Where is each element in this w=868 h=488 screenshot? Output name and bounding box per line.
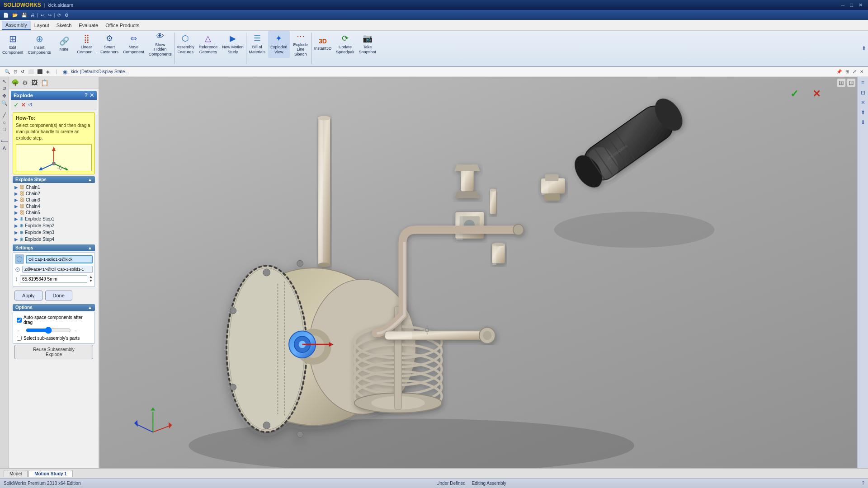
qa-redo[interactable]: ↪: [47, 12, 53, 19]
ribbon-btn-linear-comp[interactable]: ⣿ LinearCompon...: [75, 31, 99, 58]
window-arrange-icon[interactable]: ⊞: [844, 69, 850, 74]
tree-item-explode2[interactable]: ▶ ⊕ Explode Step2: [13, 222, 95, 229]
rapid-viz-icon[interactable]: ◈: [45, 69, 51, 74]
ri-icon-5[interactable]: ⬇: [860, 118, 866, 127]
face-ref-input[interactable]: [22, 266, 93, 273]
svg-rect-15: [319, 117, 323, 266]
ribbon-btn-new-motion-study[interactable]: ▶ New MotionStudy: [220, 31, 246, 58]
tree-item-chain5[interactable]: ▶ ⛓ Chain5: [13, 209, 95, 216]
value-decrement[interactable]: ▼: [89, 279, 93, 283]
lt-rotate[interactable]: ↺: [2, 86, 6, 92]
ribbon-btn-reference-geometry[interactable]: △ ReferenceGeometry: [197, 31, 220, 58]
svg-text:✕: ✕: [812, 88, 821, 99]
3d-viewport[interactable]: SOLIDWORKS: [99, 77, 857, 468]
done-button[interactable]: Done: [45, 291, 72, 300]
reset-button[interactable]: ↺: [28, 102, 33, 108]
ribbon-btn-show-hidden[interactable]: 👁 ShowHiddenComponents: [146, 31, 174, 58]
qa-options[interactable]: ⚙: [63, 12, 70, 19]
minimize-button[interactable]: ─: [840, 2, 847, 8]
tree-item-explode4[interactable]: ▶ ⊕ Explode Step4: [13, 236, 95, 243]
ribbon-btn-move-component[interactable]: ⇔ MoveComponent: [121, 31, 146, 58]
ribbon-btn-take-snapshot[interactable]: 📷 TakeSnapshot: [357, 31, 378, 58]
panel-close-icon[interactable]: ✕: [90, 92, 94, 99]
auto-space-checkbox[interactable]: [17, 318, 22, 323]
maximize-button[interactable]: □: [848, 2, 855, 8]
qa-rebuild[interactable]: ⟳: [56, 12, 62, 19]
panel-help-icon[interactable]: ?: [85, 92, 88, 99]
menu-office-products[interactable]: Office Products: [102, 21, 143, 29]
viewport-icon-2[interactable]: ⊡: [847, 79, 855, 87]
lt-rect[interactable]: □: [3, 127, 6, 132]
panel-icon-custom[interactable]: 📋: [40, 78, 49, 87]
ribbon-btn-assembly-features[interactable]: ⬡ AssemblyFeatures: [175, 31, 197, 58]
qa-print[interactable]: 🖨: [29, 12, 36, 19]
value-increment[interactable]: ▲: [89, 275, 93, 279]
menu-evaluate[interactable]: Evaluate: [75, 21, 102, 29]
tree-item-chain4[interactable]: ▶ ⛓ Chain4: [13, 203, 95, 209]
close-viewport-icon[interactable]: ✕: [859, 69, 864, 74]
how-to-title: How-To:: [16, 115, 92, 121]
lt-sketch-line[interactable]: ╱: [3, 113, 6, 118]
value-input[interactable]: [20, 275, 87, 283]
view-orient-icon[interactable]: ↺: [20, 69, 25, 74]
panel-icon-display[interactable]: 🖼: [30, 78, 38, 87]
panel-icon-config[interactable]: ⚙: [21, 78, 29, 87]
zoom-fit-icon[interactable]: ⊡: [13, 69, 18, 74]
expand-icon[interactable]: ⤢: [852, 69, 857, 74]
ribbon-collapse-btn[interactable]: ⬆: [862, 45, 866, 52]
ribbon-btn-update-speedpak[interactable]: ⟳ UpdateSpeedpak: [334, 31, 357, 58]
ribbon-btn-insert-components[interactable]: ⊕ InsertComponents: [26, 31, 53, 58]
lt-dim[interactable]: ⟵: [1, 138, 8, 144]
tab-motion-study[interactable]: Motion Study 1: [28, 470, 73, 477]
ribbon-btn-instant3d[interactable]: 3D Instant3D: [312, 31, 334, 58]
viewport-icon-1[interactable]: ⊞: [837, 79, 845, 87]
qa-save[interactable]: 💾: [20, 12, 28, 19]
qa-open[interactable]: 📂: [11, 12, 19, 19]
tree-item-chain1[interactable]: ▶ ⛓ Chain1: [13, 184, 95, 190]
lt-select[interactable]: ↖: [2, 79, 6, 84]
cancel-button[interactable]: ✕: [21, 101, 26, 108]
pin-icon[interactable]: 📌: [835, 69, 843, 74]
tab-model[interactable]: Model: [4, 470, 28, 477]
ri-icon-1[interactable]: ≡: [860, 79, 865, 87]
tree-item-chain3[interactable]: ▶ ⛓ Chain3: [13, 197, 95, 203]
accept-button[interactable]: ✓: [14, 101, 19, 108]
spacing-slider[interactable]: [26, 327, 71, 334]
view-display-icon[interactable]: ⬜: [27, 69, 34, 74]
qa-new[interactable]: 📄: [2, 12, 10, 19]
menu-sketch[interactable]: Sketch: [53, 21, 75, 29]
tree-item-chain2[interactable]: ▶ ⛓ Chain2: [13, 190, 95, 197]
settings-collapse[interactable]: ▲: [88, 245, 92, 250]
ri-icon-3[interactable]: ✕: [860, 99, 866, 107]
ri-icon-2[interactable]: ⊡: [860, 89, 866, 97]
ribbon-btn-smart-fasteners[interactable]: ⚙ SmartFasteners: [98, 31, 121, 58]
options-collapse[interactable]: ▲: [88, 305, 92, 310]
ribbon-btn-exploded-view[interactable]: ✦ ExplodedView: [268, 31, 290, 58]
reuse-subassembly-button[interactable]: Reuse SubassemblyExplode: [14, 345, 93, 359]
view-section-icon[interactable]: ⬛: [36, 69, 43, 74]
explode-steps-collapse[interactable]: ▲: [88, 177, 92, 182]
menu-layout[interactable]: Layout: [31, 21, 53, 29]
ribbon-btn-explode-line-sketch[interactable]: ⋯ ExplodeLineSketch: [290, 31, 311, 58]
ribbon-btn-mate[interactable]: 🔗 Mate: [53, 31, 75, 58]
lt-annotate[interactable]: A: [3, 145, 6, 151]
ri-icon-4[interactable]: ⬆: [860, 108, 866, 117]
svg-point-79: [483, 331, 492, 340]
close-button[interactable]: ✕: [857, 2, 864, 8]
zoom-in-icon[interactable]: 🔍: [4, 69, 11, 74]
apply-button[interactable]: Apply: [14, 291, 42, 300]
component-input[interactable]: [26, 255, 93, 263]
tree-item-explode3[interactable]: ▶ ⊕ Explode Step3: [13, 229, 95, 236]
lt-zoom[interactable]: 🔍: [1, 100, 8, 106]
chain-icon-2: ⛓: [19, 191, 24, 196]
lt-pan[interactable]: ✥: [2, 93, 6, 99]
tree-item-explode1[interactable]: ▶ ⊕ Explode Step1: [13, 216, 95, 222]
qa-undo[interactable]: ↩: [39, 12, 46, 19]
titlebar-controls[interactable]: ─ □ ✕: [840, 2, 864, 8]
lt-circle[interactable]: ○: [3, 120, 6, 125]
ribbon-btn-edit-component[interactable]: ⊞ EditComponent: [0, 31, 26, 58]
ribbon-btn-bill-of-materials[interactable]: ☰ Bill ofMaterials: [246, 31, 268, 58]
menu-assembly[interactable]: Assembly: [2, 21, 31, 30]
select-sub-checkbox[interactable]: [17, 336, 22, 341]
panel-icon-tree[interactable]: 🌳: [10, 78, 20, 87]
